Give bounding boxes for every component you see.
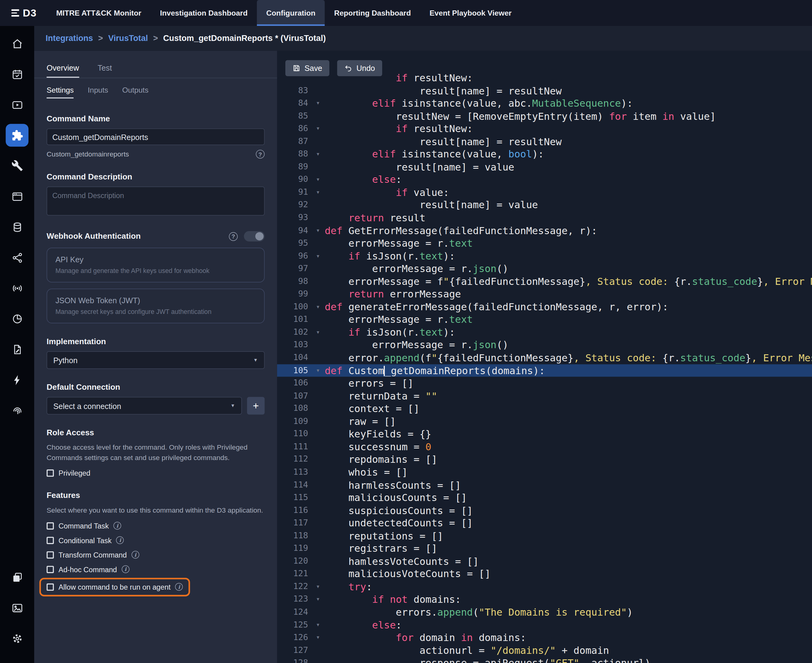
pie-icon[interactable] [6, 307, 29, 330]
code-line[interactable]: 104 error.append(f"{failedFunctionMessag… [277, 351, 812, 364]
code-line[interactable]: 119 registrars = [] [277, 542, 812, 555]
code-line[interactable]: 90▼ else: [277, 173, 812, 186]
add-connection-button[interactable]: + [247, 397, 265, 415]
code-line[interactable]: 118 reputations = [] [277, 529, 812, 542]
fold-arrow-icon[interactable]: ▼ [311, 186, 325, 199]
code-line[interactable]: 123▼ if not domains: [277, 593, 812, 606]
code-line[interactable]: 124 errors.append("The Domains is requir… [277, 606, 812, 619]
code-line[interactable]: 89 result[name] = value [277, 160, 812, 173]
save-button[interactable]: Save [285, 60, 329, 76]
home-icon[interactable] [6, 32, 29, 55]
code-line[interactable]: 108 context = [] [277, 402, 812, 415]
code-line[interactable]: 88▼ elif isinstance(value, bool): [277, 148, 812, 161]
info-icon[interactable]: i [116, 537, 124, 544]
code-line[interactable]: 113 whois = [] [277, 466, 812, 479]
fold-arrow-icon[interactable]: ▼ [311, 224, 325, 237]
tools-icon[interactable] [6, 154, 29, 177]
jwt-card[interactable]: JSON Web Token (JWT) Manage secret keys … [47, 289, 265, 323]
nav-item-mitre-att-ck-monitor[interactable]: MITRE ATT&CK Monitor [47, 0, 151, 26]
code-line[interactable]: 99 return errorMessage [277, 288, 812, 301]
puzzle-icon[interactable] [6, 124, 29, 147]
webhook-toggle[interactable] [244, 231, 265, 241]
code-line[interactable]: 117 undetectedCounts = [] [277, 517, 812, 529]
checkbox[interactable] [47, 522, 54, 529]
nav-item-reporting-dashboard[interactable]: Reporting Dashboard [325, 0, 420, 26]
code-line[interactable]: 121 maliciousVoteCounts = [] [277, 568, 812, 581]
fold-arrow-icon[interactable]: ▼ [311, 364, 325, 377]
code-line[interactable]: 85 resultNew = [RemoveEmptyEntry(item) f… [277, 110, 812, 123]
code-line[interactable]: 106 errors = [] [277, 377, 812, 390]
feature-allow-command-to-be-run-on-agent[interactable]: Allow command to be run on agenti [47, 583, 183, 591]
code-line[interactable]: 94▼def GetErrorMessage(failedFunctionMes… [277, 224, 812, 237]
code-line[interactable]: 87 result[name] = resultNew [277, 135, 812, 148]
code-line[interactable]: 84▼ elif isinstance(value, abc.MutableSe… [277, 97, 812, 110]
code-line[interactable]: 102▼ if isJson(r.text): [277, 326, 812, 339]
nav-item-configuration[interactable]: Configuration [257, 0, 325, 26]
nav-item-investigation-dashboard[interactable]: Investigation Dashboard [151, 0, 257, 26]
privileged-checkbox-row[interactable]: Privileged [47, 469, 265, 477]
feature-command-task[interactable]: Command Taski [47, 522, 265, 530]
code-line[interactable]: 92 result[name] = value [277, 199, 812, 212]
d3-logo[interactable]: D3 [11, 0, 36, 26]
copy-icon[interactable] [6, 566, 29, 589]
fold-arrow-icon[interactable]: ▼ [311, 593, 325, 606]
tab-test[interactable]: Test [98, 60, 112, 78]
command-description-input[interactable] [47, 186, 265, 215]
implementation-select[interactable]: Python ▼ [47, 351, 265, 369]
feature-transform-command[interactable]: Transform Commandi [47, 550, 265, 559]
checkbox[interactable] [47, 551, 54, 558]
info-icon[interactable]: i [121, 566, 129, 573]
code-line[interactable]: 95 errorMessage = r.text [277, 237, 812, 250]
share-icon[interactable] [6, 246, 29, 269]
video-icon[interactable] [6, 93, 29, 116]
code-line[interactable]: 96▼ if isJson(r.text): [277, 250, 812, 263]
nav-item-event-playbook-viewer[interactable]: Event Playbook Viewer [420, 0, 521, 26]
command-name-input[interactable] [47, 128, 265, 145]
broadcast-icon[interactable] [6, 277, 29, 299]
code-line[interactable]: 120 hamlessVoteCounts = [] [277, 555, 812, 568]
code-line[interactable]: 107 returnData = "" [277, 390, 812, 402]
feature-conditional-task[interactable]: Conditional Taski [47, 536, 265, 544]
fold-arrow-icon[interactable]: ▼ [311, 301, 325, 313]
code-line[interactable]: 115 maliciousCounts = [] [277, 491, 812, 504]
code-line[interactable]: 100▼def generateErrorMessage(failedFunct… [277, 301, 812, 313]
fold-arrow-icon[interactable]: ▼ [311, 618, 325, 631]
checkbox[interactable] [47, 469, 54, 477]
database-icon[interactable] [6, 215, 29, 238]
checkbox[interactable] [47, 566, 54, 573]
code-line[interactable]: 125▼ else: [277, 618, 812, 631]
gear-icon[interactable] [6, 627, 29, 650]
bolt-icon[interactable] [6, 368, 29, 391]
checkbox[interactable] [47, 537, 54, 544]
code-line[interactable]: 128 response = apiRequest("GET", actionu… [277, 657, 812, 663]
report-icon[interactable] [6, 338, 29, 361]
code-line[interactable]: 105▼def Custom_getDomainReports(domains)… [277, 364, 812, 377]
code-line[interactable]: 103 errorMessage = r.json() [277, 339, 812, 351]
calendar-icon[interactable] [6, 63, 29, 86]
tab-settings[interactable]: Settings [47, 86, 74, 99]
code-line[interactable]: 101 errorMessage = r.text [277, 313, 812, 326]
code-line[interactable]: 111 successnum = 0 [277, 440, 812, 453]
default-connection-select[interactable]: Select a connection ▼ [47, 397, 242, 415]
tab-inputs[interactable]: Inputs [88, 86, 108, 99]
fold-arrow-icon[interactable]: ▼ [311, 148, 325, 161]
fold-arrow-icon[interactable]: ▼ [311, 580, 325, 593]
fold-arrow-icon[interactable]: ▼ [311, 631, 325, 644]
code-line[interactable]: 93 return result [277, 212, 812, 224]
window-icon[interactable] [6, 185, 29, 208]
code-line[interactable]: 126▼ for domain in domains: [277, 631, 812, 644]
fold-arrow-icon[interactable]: ▼ [311, 122, 325, 135]
code-line[interactable]: 86▼ if resultNew: [277, 122, 812, 135]
code-line[interactable]: 114 harmlessCounts = [] [277, 479, 812, 492]
info-icon[interactable]: i [113, 522, 121, 529]
code-line[interactable]: 97 errorMessage = r.json() [277, 262, 812, 275]
undo-button[interactable]: Undo [337, 60, 382, 76]
info-icon[interactable]: i [131, 551, 139, 558]
code-line[interactable]: 110 keyFields = {} [277, 428, 812, 440]
code-line[interactable]: 127 actionurl = "/domains/" + domain [277, 644, 812, 657]
tab-outputs[interactable]: Outputs [122, 86, 149, 99]
fold-arrow-icon[interactable]: ▼ [311, 326, 325, 339]
code-line[interactable]: 122▼ try: [277, 580, 812, 593]
code-line[interactable]: 83 result[name] = resultNew [277, 84, 812, 97]
code-line[interactable]: 109 raw = [] [277, 415, 812, 428]
